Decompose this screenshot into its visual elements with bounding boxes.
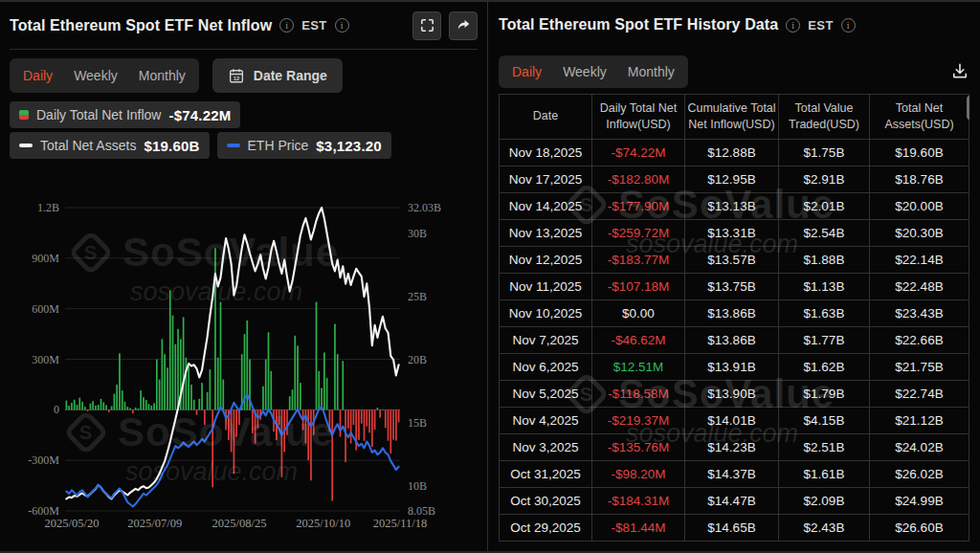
date-cell: Nov 17,2025 xyxy=(500,166,592,192)
tab-weekly[interactable]: Weekly xyxy=(74,68,118,83)
info-icon[interactable]: i xyxy=(841,18,856,33)
table-header-row: DateDaily Total Net Inflow(USD)Cumulativ… xyxy=(500,95,969,140)
date-cell: Nov 10,2025 xyxy=(500,299,592,326)
calendar-icon: 12 xyxy=(228,67,245,84)
page-title: Total Ethereum Spot ETF History Data xyxy=(499,16,778,33)
value-cell: $13.75B xyxy=(685,273,779,299)
share-button[interactable] xyxy=(449,11,478,40)
value-cell: -$259.72M xyxy=(592,219,685,246)
legend-eth-price[interactable]: ETH Price $3,123.20 xyxy=(217,132,391,159)
svg-text:1.2B: 1.2B xyxy=(37,201,59,214)
tab-daily[interactable]: Daily xyxy=(23,68,53,83)
value-cell: $13.13B xyxy=(685,192,779,219)
legend-value: $3,123.20 xyxy=(316,138,382,154)
svg-text:15B: 15B xyxy=(408,416,427,430)
svg-text:2025/07/09: 2025/07/09 xyxy=(127,517,182,530)
value-cell: $1.61B xyxy=(779,460,870,487)
value-cell: $13.91B xyxy=(685,353,779,380)
value-cell: $18.76B xyxy=(870,166,969,192)
value-cell: $4.15B xyxy=(779,407,870,433)
blue-dash-swatch-icon xyxy=(227,144,240,147)
fullscreen-icon xyxy=(419,17,435,33)
table-row: Nov 18,2025-$74.22M$12.88B$1.75B$19.60B xyxy=(500,139,969,166)
column-header: Date xyxy=(500,95,592,140)
value-cell: -$184.31M xyxy=(592,487,685,514)
legend-label: Total Net Assets xyxy=(40,138,136,153)
value-cell: $21.12B xyxy=(870,407,969,433)
value-cell: $22.66B xyxy=(870,326,969,353)
value-cell: $1.13B xyxy=(779,273,870,299)
svg-text:0: 0 xyxy=(54,403,59,416)
value-cell: $22.14B xyxy=(870,246,969,273)
value-cell: $26.02B xyxy=(870,460,969,487)
download-icon xyxy=(950,61,969,80)
value-cell: $14.37B xyxy=(685,460,779,487)
value-cell: -$98.20M xyxy=(592,460,685,487)
value-cell: $2.43B xyxy=(779,514,870,541)
svg-text:2025/08/25: 2025/08/25 xyxy=(212,517,267,530)
net-inflow-panel: Total Ethereum Spot ETF Net Inflow i EST… xyxy=(0,2,488,551)
value-cell: $13.86B xyxy=(685,299,779,326)
value-cell: $24.99B xyxy=(870,487,969,514)
scrollbar-thumb[interactable] xyxy=(967,96,969,120)
column-header: Total Net Assets(USD) xyxy=(870,95,969,140)
timezone-label: EST xyxy=(301,18,326,33)
date-range-button[interactable]: 12 Date Range xyxy=(212,58,343,93)
history-header: Total Ethereum Spot ETF History Data i E… xyxy=(499,2,969,48)
svg-text:900M: 900M xyxy=(32,252,59,265)
svg-text:12: 12 xyxy=(233,76,239,81)
table-row: Nov 6,2025$12.51M$13.91B$1.62B$21.75B xyxy=(500,353,969,380)
table-row: Nov 10,2025$0.00$13.86B$1.63B$23.43B xyxy=(500,299,969,326)
date-cell: Oct 31,2025 xyxy=(500,460,592,487)
info-icon[interactable]: i xyxy=(335,18,349,33)
svg-text:2025/11/18: 2025/11/18 xyxy=(373,517,427,530)
svg-text:600M: 600M xyxy=(32,302,59,316)
inflow-chart[interactable]: 1.2B900M600M300M0-300M-600M32.03B30B25B2… xyxy=(10,172,478,551)
download-button[interactable] xyxy=(950,61,969,83)
svg-text:10B: 10B xyxy=(408,479,427,493)
inflow-chart-canvas[interactable]: 1.2B900M600M300M0-300M-600M32.03B30B25B2… xyxy=(10,172,479,548)
value-cell: -$81.44M xyxy=(592,514,685,541)
tab-monthly[interactable]: Monthly xyxy=(628,64,675,79)
period-tabs: Daily Weekly Monthly xyxy=(499,55,688,88)
value-cell: $0.00 xyxy=(592,299,685,326)
date-cell: Nov 7,2025 xyxy=(500,326,592,353)
value-cell: $1.75B xyxy=(779,139,870,166)
tab-daily[interactable]: Daily xyxy=(512,64,542,79)
header-actions xyxy=(412,11,478,40)
value-cell: -$107.18M xyxy=(592,273,685,299)
value-cell: $26.60B xyxy=(870,514,969,541)
tab-monthly[interactable]: Monthly xyxy=(139,68,186,83)
date-cell: Nov 18,2025 xyxy=(500,139,592,166)
period-tabs: Daily Weekly Monthly xyxy=(10,58,199,93)
value-cell: $22.74B xyxy=(870,380,969,407)
value-cell: $21.75B xyxy=(870,353,969,380)
value-cell: $13.31B xyxy=(685,219,779,246)
etf-dashboard: Total Ethereum Spot ETF Net Inflow i EST… xyxy=(0,0,980,553)
value-cell: $12.95B xyxy=(685,166,779,192)
date-cell: Nov 4,2025 xyxy=(500,407,592,433)
value-cell: $13.57B xyxy=(685,246,779,273)
value-cell: -$183.77M xyxy=(592,246,685,273)
legend-total-net-assets[interactable]: Total Net Assets $19.60B xyxy=(10,132,210,159)
tab-weekly[interactable]: Weekly xyxy=(563,64,607,79)
svg-text:-300M: -300M xyxy=(28,453,59,467)
value-cell: -$118.58M xyxy=(592,380,685,407)
value-cell: $20.30B xyxy=(870,219,969,246)
info-icon[interactable]: i xyxy=(279,18,294,33)
value-cell: -$135.76M xyxy=(592,433,685,460)
svg-text:2025/10/10: 2025/10/10 xyxy=(296,517,350,530)
svg-text:20B: 20B xyxy=(408,353,427,366)
value-cell: $14.23B xyxy=(685,433,779,460)
legend-value: -$74.22M xyxy=(168,107,231,123)
legend-daily-net-inflow[interactable]: Daily Total Net Inflow -$74.22M xyxy=(10,101,240,128)
info-icon[interactable]: i xyxy=(786,18,800,33)
table-controls: Daily Weekly Monthly xyxy=(499,55,969,88)
date-cell: Nov 12,2025 xyxy=(500,246,592,273)
value-cell: $1.88B xyxy=(779,246,870,273)
table-row: Nov 17,2025-$182.80M$12.95B$2.91B$18.76B xyxy=(500,166,969,192)
fullscreen-button[interactable] xyxy=(412,11,441,40)
history-table-wrap[interactable]: DateDaily Total Net Inflow(USD)Cumulativ… xyxy=(499,94,969,551)
value-cell: $2.91B xyxy=(779,166,870,192)
date-range-label: Date Range xyxy=(254,68,327,83)
